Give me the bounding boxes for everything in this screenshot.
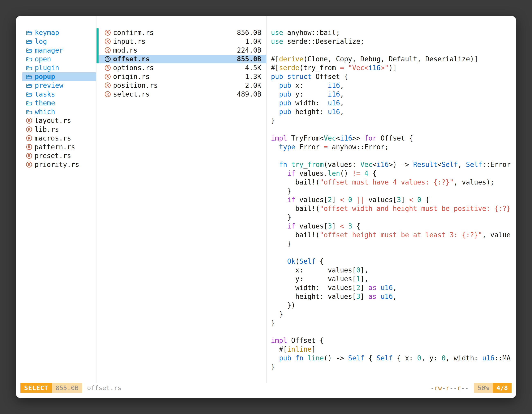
- rust-file-icon: R: [105, 30, 111, 36]
- rust-file-icon: R: [105, 47, 111, 53]
- dir-item-theme[interactable]: theme: [22, 99, 96, 107]
- dir-item-manager[interactable]: manager: [22, 46, 96, 55]
- file-list: Rconfirm.rs856.0BRinput.rs1.0KRmod.rs224…: [96, 28, 266, 99]
- item-label: layout.rs: [35, 116, 71, 125]
- code-line: [271, 248, 516, 257]
- rust-file-icon: R: [105, 56, 111, 62]
- file-name: input.rs: [113, 37, 243, 46]
- folder-open-icon: [26, 92, 32, 97]
- code-line: #[derive(Clone, Copy, Debug, Default, De…: [271, 55, 516, 63]
- file-row-mod-rs[interactable]: Rmod.rs224.0B: [96, 46, 266, 55]
- code-line: bail!("offset height must be at least 3:…: [271, 231, 516, 239]
- dir-item-tasks[interactable]: tasks: [22, 90, 96, 99]
- code-line: }: [271, 187, 516, 195]
- rust-file-icon: R: [105, 74, 111, 80]
- code-line: [271, 46, 516, 55]
- mode-badge: SELECT: [20, 383, 52, 393]
- code-line: #[serde(try_from = "Vec<i16>")]: [271, 63, 516, 72]
- file-size: 2.0K: [245, 81, 261, 90]
- file-row-select-rs[interactable]: Rselect.rs489.0B: [96, 90, 266, 99]
- file-item-priority-rs[interactable]: Rpriority.rs: [22, 160, 96, 169]
- code-line: [271, 327, 516, 336]
- file-size: 1.0K: [245, 37, 261, 46]
- code-line: }: [271, 362, 516, 371]
- file-manager-window: keymaplogmanageropenpluginpopuppreviewta…: [16, 16, 516, 398]
- desktop-background: { "colors": { "outer_bg": "#3b3b3b", "wi…: [0, 0, 532, 414]
- code-line: if values[2] < 0 || values[3] < 0 {: [271, 195, 516, 204]
- scroll-percent-badge: 50%: [474, 383, 493, 393]
- file-size-badge: 855.0B: [52, 383, 82, 393]
- item-label: keymap: [35, 28, 59, 37]
- dir-item-log[interactable]: log: [22, 37, 96, 46]
- file-size: 489.0B: [237, 90, 261, 99]
- code-line: pub height: u16,: [271, 107, 516, 116]
- code-line: pub fn line() -> Self { Self { x: 0, y: …: [271, 354, 516, 362]
- code-line: type Error = anyhow::Error;: [271, 143, 516, 151]
- file-row-offset-rs[interactable]: Roffset.rs855.0B: [96, 55, 266, 63]
- code-line: Ok(Self {: [271, 257, 516, 266]
- file-permissions: -rw-r--r--: [430, 383, 469, 393]
- file-row-confirm-rs[interactable]: Rconfirm.rs856.0B: [96, 28, 266, 37]
- code-line: pub x: i16,: [271, 81, 516, 90]
- code-line: x: values[0],: [271, 266, 516, 275]
- item-label: popup: [35, 72, 55, 81]
- parent-directory-panel: keymaplogmanageropenpluginpopuppreviewta…: [16, 16, 96, 383]
- item-label: preset.rs: [35, 151, 71, 160]
- file-size: 856.0B: [237, 28, 261, 37]
- file-row-options-rs[interactable]: Roptions.rs4.5K: [96, 63, 266, 72]
- item-label: theme: [35, 99, 55, 107]
- code-line: pub struct Offset {: [271, 72, 516, 81]
- file-name: confirm.rs: [113, 28, 235, 37]
- folder-open-icon: [26, 65, 32, 71]
- file-row-input-rs[interactable]: Rinput.rs1.0K: [96, 37, 266, 46]
- folder-open-icon: [26, 83, 32, 88]
- cursor-position-badge: 4/8: [493, 383, 512, 393]
- code-line: if values.len() != 4 {: [271, 169, 516, 178]
- code-line: }: [271, 239, 516, 248]
- item-label: pattern.rs: [35, 143, 75, 151]
- file-item-lib-rs[interactable]: Rlib.rs: [22, 125, 96, 134]
- file-size: 1.3K: [245, 72, 261, 81]
- file-name: mod.rs: [113, 46, 235, 55]
- dir-item-open[interactable]: open: [22, 55, 96, 63]
- item-label: lib.rs: [35, 125, 59, 134]
- code-line: pub y: i16,: [271, 90, 516, 99]
- rust-file-icon: R: [105, 82, 111, 88]
- code-line: y: values[1],: [271, 275, 516, 283]
- code-line: }: [271, 213, 516, 222]
- file-item-macros-rs[interactable]: Rmacros.rs: [22, 134, 96, 143]
- status-filename: offset.rs: [87, 383, 122, 393]
- item-label: open: [35, 55, 51, 63]
- file-name: offset.rs: [113, 55, 235, 63]
- file-size: 4.5K: [245, 63, 261, 72]
- file-item-pattern-rs[interactable]: Rpattern.rs: [22, 143, 96, 151]
- file-item-preset-rs[interactable]: Rpreset.rs: [22, 151, 96, 160]
- item-label: log: [35, 37, 47, 46]
- file-size: 224.0B: [237, 46, 261, 55]
- file-item-layout-rs[interactable]: Rlayout.rs: [22, 116, 96, 125]
- dir-item-preview[interactable]: preview: [22, 81, 96, 90]
- file-row-origin-rs[interactable]: Rorigin.rs1.3K: [96, 72, 266, 81]
- file-row-position-rs[interactable]: Rposition.rs2.0K: [96, 81, 266, 90]
- item-label: tasks: [35, 90, 55, 99]
- code-line: bail!("offset width and height must be p…: [271, 204, 516, 213]
- item-label: macros.rs: [35, 134, 71, 143]
- code-line: impl Offset {: [271, 336, 516, 345]
- code-line: fn try_from(values: Vec<i16>) -> Result<…: [271, 160, 516, 169]
- code-line: }: [271, 318, 516, 327]
- dir-item-keymap[interactable]: keymap: [22, 28, 96, 37]
- file-size: 855.0B: [237, 55, 261, 63]
- dir-item-plugin[interactable]: plugin: [22, 63, 96, 72]
- code-line: bail!("offset must have 4 values: {:?}",…: [271, 178, 516, 187]
- folder-open-icon: [26, 109, 32, 115]
- file-preview-panel: use anyhow::bail;use serde::Deserialize;…: [266, 16, 516, 383]
- file-name: position.rs: [113, 81, 243, 90]
- dir-item-popup[interactable]: popup: [22, 72, 96, 81]
- code-line: #[inline]: [271, 345, 516, 354]
- code-line: if values[3] < 3 {: [271, 222, 516, 231]
- code-line: use serde::Deserialize;: [271, 37, 516, 46]
- dir-item-which[interactable]: which: [22, 107, 96, 116]
- folder-open-icon: [26, 30, 32, 35]
- rust-file-icon: R: [26, 126, 32, 132]
- rust-file-icon: R: [26, 135, 32, 141]
